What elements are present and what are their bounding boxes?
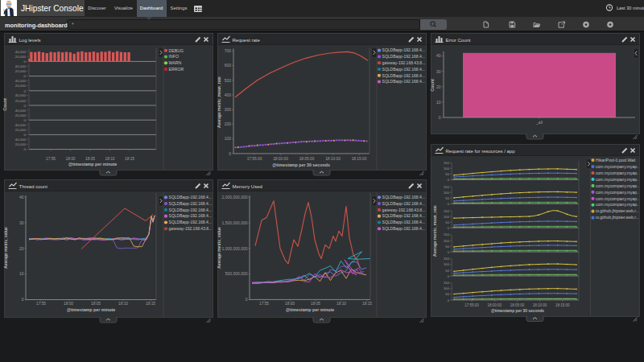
- svg-text:Log levels: Log levels: [19, 38, 41, 43]
- svg-text:*: *: [72, 22, 74, 27]
- svg-text:18:05:00: 18:05:00: [299, 157, 315, 161]
- svg-text:17:55:00: 17:55:00: [464, 303, 479, 307]
- svg-text:40,000: 40,000: [15, 138, 27, 142]
- svg-text:18:05:00: 18:05:00: [510, 303, 525, 307]
- svg-text:com.mycompany.myap...: com.mycompany.myap...: [596, 190, 640, 195]
- svg-text:18:00:00: 18:00:00: [273, 157, 288, 161]
- svg-text:18:00: 18:00: [65, 157, 75, 161]
- svg-text:com.mycompany.myap...: com.mycompany.myap...: [596, 171, 640, 175]
- svg-text:18:00: 18:00: [285, 302, 295, 306]
- svg-text:0: 0: [24, 104, 27, 108]
- svg-text:SQLDBapp-192.168.4...: SQLDBapp-192.168.4...: [169, 201, 212, 206]
- svg-text:200: 200: [225, 121, 232, 126]
- svg-text:18:15:00: 18:15:00: [352, 157, 367, 161]
- svg-text:40: 40: [19, 195, 24, 200]
- svg-text:Request rate for resources / a: Request rate for resources / app: [446, 149, 516, 154]
- svg-text:40,000: 40,000: [15, 79, 27, 83]
- svg-text:20,000: 20,000: [15, 55, 27, 59]
- svg-text:io.github.jhipster.web.r...: io.github.jhipster.web.r...: [596, 215, 639, 220]
- svg-text:10: 10: [19, 271, 24, 276]
- svg-text:100: 100: [444, 215, 450, 219]
- svg-text:18:10:00: 18:10:00: [325, 157, 341, 161]
- svg-text:17:55: 17:55: [36, 302, 46, 306]
- svg-text:Discover: Discover: [88, 6, 106, 10]
- svg-text:com.mycompany.myap...: com.mycompany.myap...: [596, 164, 640, 169]
- svg-text:150: 150: [444, 209, 450, 213]
- svg-text:@timestamp per 30 seconds: @timestamp per 30 seconds: [491, 309, 544, 313]
- svg-text:700: 700: [225, 48, 232, 53]
- svg-text:Request rate: Request rate: [233, 38, 261, 43]
- svg-text:ERROR: ERROR: [169, 67, 184, 72]
- svg-text:150: 150: [444, 185, 450, 189]
- svg-text:18:15: 18:15: [146, 302, 155, 306]
- svg-text:40,000: 40,000: [15, 123, 27, 127]
- svg-text:0: 0: [246, 297, 248, 302]
- svg-text:100: 100: [225, 136, 232, 141]
- svg-text:50: 50: [445, 196, 449, 200]
- svg-text:Settings: Settings: [171, 6, 188, 10]
- svg-text:20,000: 20,000: [15, 69, 27, 73]
- svg-text:com.mycompany.myap...: com.mycompany.myap...: [596, 183, 640, 188]
- svg-text:400: 400: [225, 93, 232, 97]
- svg-text:30: 30: [436, 69, 441, 74]
- svg-text:SQLDBapp-192.168.4...: SQLDBapp-192.168.4...: [169, 208, 212, 212]
- svg-text:0: 0: [24, 147, 27, 151]
- svg-text:com.mycompany.myap...: com.mycompany.myap...: [596, 202, 640, 207]
- svg-text:SQLDBapp-192.168.4...: SQLDBapp-192.168.4...: [169, 220, 212, 224]
- svg-text:18:15: 18:15: [362, 302, 372, 306]
- svg-text:gateway-192.168.43.8...: gateway-192.168.43.8...: [382, 208, 426, 212]
- svg-text:17:55: 17:55: [46, 157, 56, 161]
- svg-text:18:05: 18:05: [311, 302, 320, 306]
- svg-text:50: 50: [445, 292, 449, 296]
- svg-text:18:00:00: 18:00:00: [487, 303, 502, 307]
- svg-text:SQLDBapp-192.168.4...: SQLDBapp-192.168.4...: [382, 54, 425, 59]
- svg-text:300: 300: [225, 107, 232, 112]
- svg-text:18:15:00: 18:15:00: [555, 303, 570, 307]
- svg-text:Error Count: Error Count: [446, 38, 471, 43]
- svg-text:JHipster Console: JHipster Console: [21, 4, 84, 13]
- svg-text:10: 10: [436, 100, 441, 105]
- svg-text:18:10:00: 18:10:00: [533, 303, 547, 307]
- svg-text:2,000,000,000: 2,000,000,000: [222, 195, 248, 200]
- svg-text:SQLDBapp-192.168.4...: SQLDBapp-192.168.4...: [382, 226, 425, 231]
- svg-text:0: 0: [448, 226, 450, 230]
- svg-text:Average metric_value: Average metric_value: [217, 227, 221, 269]
- svg-text:gateway-192.168.43.8...: gateway-192.168.43.8...: [169, 226, 213, 231]
- svg-text:20: 20: [436, 84, 441, 89]
- svg-text:@timestamp per minute: @timestamp per minute: [67, 307, 115, 312]
- svg-text:18:05: 18:05: [85, 157, 95, 161]
- svg-text:SQLDBapp-192.168.4...: SQLDBapp-192.168.4...: [169, 195, 212, 200]
- svg-text:40: 40: [436, 53, 441, 58]
- svg-text:INFO: INFO: [169, 54, 179, 59]
- svg-text:Average metric_mean_rate: Average metric_mean_rate: [432, 205, 437, 257]
- svg-text:30: 30: [19, 220, 24, 225]
- svg-text:Thread count: Thread count: [19, 184, 48, 189]
- svg-text:SQLDBapp-192.168.4...: SQLDBapp-192.168.4...: [382, 79, 425, 84]
- svg-text:150: 150: [444, 232, 450, 237]
- svg-text:Count: Count: [430, 79, 435, 92]
- svg-text:40,000: 40,000: [15, 50, 27, 54]
- svg-text:18:10: 18:10: [118, 302, 128, 306]
- svg-text:Dashboard: Dashboard: [140, 6, 163, 10]
- svg-text:0: 0: [448, 250, 450, 254]
- svg-text:0: 0: [22, 297, 24, 302]
- svg-text:io.github.jhipster.web.r...: io.github.jhipster.web.r...: [596, 208, 639, 213]
- svg-text:500: 500: [225, 78, 232, 83]
- svg-text:SQLDBapp-192.168.4...: SQLDBapp-192.168.4...: [382, 67, 425, 72]
- svg-text:0: 0: [448, 298, 450, 302]
- svg-text:18:15: 18:15: [125, 157, 134, 161]
- svg-text:SQLDBapp-192.168.4...: SQLDBapp-192.168.4...: [382, 201, 425, 206]
- svg-text:18:10: 18:10: [336, 302, 346, 306]
- svg-text:com.mycompany.myap...: com.mycompany.myap...: [596, 177, 640, 182]
- svg-text:0: 0: [24, 74, 27, 78]
- svg-text:1,500,000,000: 1,500,000,000: [222, 220, 248, 225]
- svg-text:40,000: 40,000: [15, 109, 27, 113]
- svg-text:18:10: 18:10: [105, 157, 114, 161]
- svg-text:SQLDBapp-192.168.4...: SQLDBapp-192.168.4...: [382, 73, 425, 78]
- svg-text:0: 0: [24, 118, 27, 122]
- svg-text:0: 0: [448, 178, 450, 182]
- svg-text:20,000: 20,000: [15, 128, 27, 132]
- svg-text:18:00: 18:00: [64, 302, 73, 306]
- svg-text:DEBUG: DEBUG: [169, 48, 184, 53]
- svg-text:50: 50: [445, 269, 449, 273]
